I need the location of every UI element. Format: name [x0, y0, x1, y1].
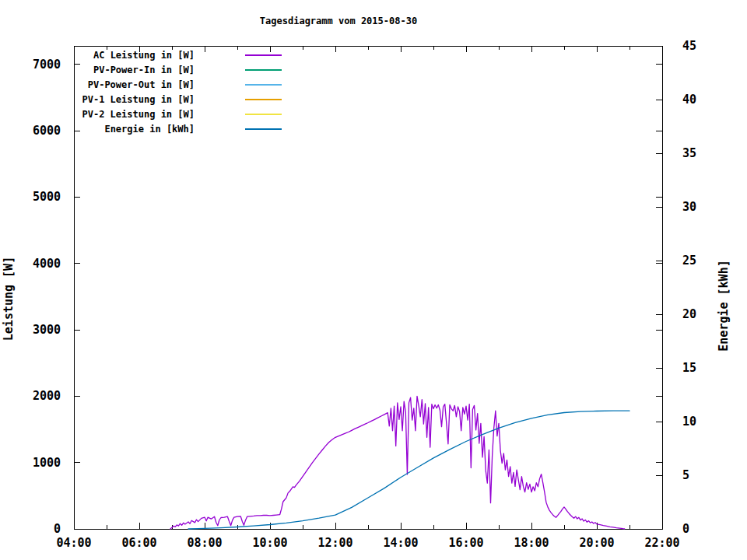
- legend-label-pv1_leistung_w: PV-1 Leistung in [W]: [82, 94, 195, 105]
- legend-label-ac_leistung_w: AC Leistung in [W]: [93, 50, 195, 61]
- y-right-tick-label: 15: [682, 361, 696, 375]
- x-tick-label: 14:00: [383, 536, 418, 550]
- y-axis-left-title: Leistung [W]: [2, 257, 16, 341]
- x-tick-label: 18:00: [514, 536, 549, 550]
- x-tick-label: 16:00: [448, 536, 483, 550]
- y-right-tick-label: 25: [682, 254, 696, 268]
- legend-label-energie_kwh: Energie in [kWh]: [104, 124, 195, 135]
- y-left-tick-label: 3000: [33, 323, 61, 337]
- legend-label-pv_power_out_w: PV-Power-Out in [W]: [88, 79, 195, 90]
- y-right-tick-label: 35: [682, 146, 696, 160]
- curve-energie_kwh: [188, 411, 630, 529]
- y-left-tick-label: 0: [54, 522, 61, 536]
- y-left-tick-label: 7000: [33, 58, 61, 72]
- y-axis-right-title: Energie [kWh]: [717, 260, 731, 351]
- chart-canvas: Tagesdiagramm vom 2015-08-30 Leistung [W…: [0, 0, 747, 560]
- y-right-tick-label: 20: [682, 307, 696, 321]
- x-tick-label: 22:00: [644, 536, 679, 550]
- x-tick-label: 04:00: [56, 536, 91, 550]
- y-left-tick-label: 5000: [33, 190, 61, 204]
- y-right-tick-label: 5: [682, 468, 689, 482]
- x-tick-label: 10:00: [252, 536, 287, 550]
- data-curves: [170, 396, 630, 529]
- y-right-tick-label: 10: [682, 415, 696, 429]
- curve-ac_leistung_w: [170, 396, 625, 529]
- y-left-tick-label: 6000: [33, 124, 61, 138]
- chart-title: Tagesdiagramm vom 2015-08-30: [260, 16, 417, 26]
- y-right-tick-label: 0: [682, 522, 689, 536]
- legend-label-pv2_leistung_w: PV-2 Leistung in [W]: [82, 109, 195, 120]
- chart-legend: AC Leistung in [W]PV-Power-In in [W]PV-P…: [82, 50, 282, 135]
- x-tick-label: 08:00: [187, 536, 222, 550]
- y-right-tick-label: 40: [682, 93, 696, 107]
- x-tick-label: 12:00: [317, 536, 352, 550]
- y-right-tick-label: 30: [682, 200, 696, 214]
- y-left-tick-label: 1000: [33, 456, 61, 470]
- y-left-tick-label: 2000: [33, 389, 61, 403]
- y-right-tick-label: 45: [682, 39, 696, 53]
- legend-label-pv_power_in_w: PV-Power-In in [W]: [93, 65, 195, 75]
- x-tick-label: 20:00: [579, 536, 614, 550]
- y-left-tick-label: 4000: [33, 257, 61, 271]
- x-tick-label: 06:00: [121, 536, 156, 550]
- daily-diagram-chart: Tagesdiagramm vom 2015-08-30 Leistung [W…: [0, 0, 747, 560]
